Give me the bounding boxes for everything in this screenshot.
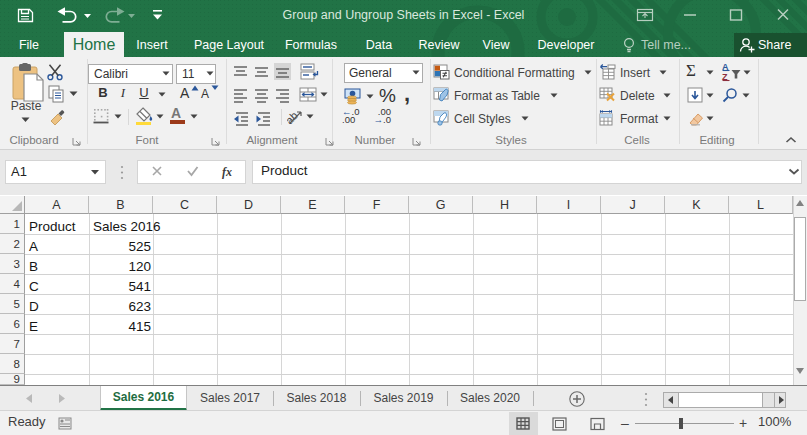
svg-text:fx: fx — [222, 165, 232, 179]
